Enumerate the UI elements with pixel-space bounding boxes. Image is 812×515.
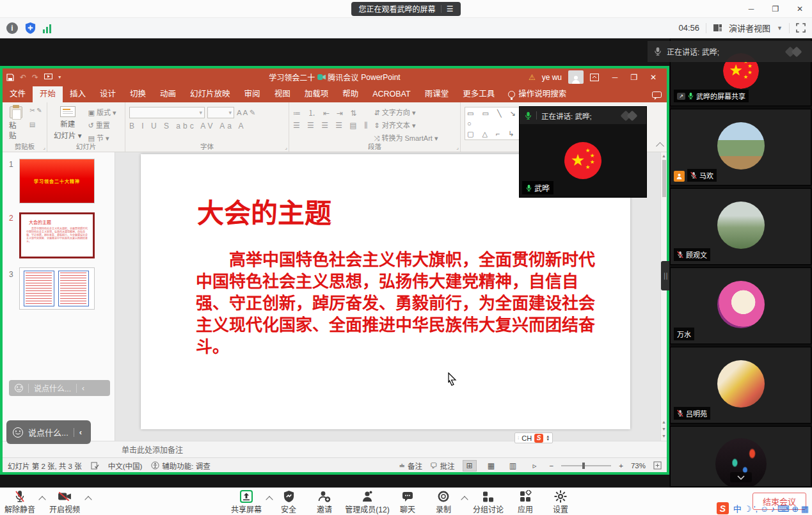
tab-more-tools[interactable]: 更多工具 [456, 86, 502, 102]
apps-button[interactable]: 应用 [509, 490, 541, 514]
tab-design[interactable]: 设计 [93, 86, 123, 102]
notes-toggle[interactable]: ≐ 备注 [399, 461, 422, 471]
close-button[interactable]: ✕ [788, 0, 812, 18]
font-style-buttons[interactable]: B I U S abc AV Aa A [129, 122, 246, 131]
zoom-slider-thumb[interactable] [582, 463, 585, 469]
notes-placeholder[interactable]: 单击此处添加备注 [122, 444, 183, 455]
previous-slide-icon[interactable]: ▲ [662, 420, 666, 424]
chat-input-placeholder[interactable]: 说点什么... [28, 426, 68, 438]
slide-thumbnail-1[interactable]: 学习领会二十大精神 [19, 159, 95, 203]
comments-toggle[interactable]: 🗩 批注 [430, 461, 455, 471]
unmute-button[interactable]: 解除静音 [1, 490, 38, 514]
slide-title[interactable]: 大会的主题 [197, 191, 331, 230]
layout-button[interactable]: ▣ 版式 ▾ [88, 107, 116, 117]
tab-yuketang[interactable]: 雨课堂 [418, 86, 456, 102]
zoom-out-button[interactable]: − [550, 462, 554, 470]
tab-transitions[interactable]: 切换 [123, 86, 153, 102]
tab-view[interactable]: 视图 [267, 86, 298, 102]
paste-button[interactable]: 粘贴 [6, 105, 25, 141]
participant-tile[interactable]: 顾观文 [670, 188, 811, 265]
account-avatar[interactable] [568, 70, 584, 84]
collapse-participants-icon[interactable] [730, 472, 752, 482]
maximize-button[interactable]: ❐ [763, 0, 788, 18]
zoom-in-button[interactable]: + [619, 462, 623, 470]
start-video-button[interactable]: 开启视频 [46, 490, 83, 514]
floating-speaker-window[interactable]: 正在讲话: 武晔; ★ ★ ★ ★ ★ 武晔 [520, 107, 646, 197]
ppt-restore-button[interactable]: ❐ [625, 73, 644, 82]
participant-tile[interactable]: 马欢 [670, 109, 811, 186]
scroll-down-icon[interactable]: ▼ [662, 434, 666, 438]
cut-copy-painter-icons[interactable]: ✂ ▤ ✎ [29, 107, 43, 141]
collapse-chat-icon[interactable]: ‹ [82, 384, 84, 393]
fullscreen-icon[interactable] [796, 23, 806, 33]
ime-spinner-icon[interactable]: ▲▼ [546, 435, 550, 441]
redo-icon[interactable]: ↷ [32, 73, 38, 82]
manage-members-button[interactable]: 管理成员(12) [340, 490, 395, 514]
notes-pane[interactable]: 单击此处添加备注 ⁞ CH S ▲▼ [3, 441, 667, 457]
view-mode-caret-icon[interactable]: ▼ [777, 25, 783, 31]
tab-slideshow[interactable]: 幻灯片放映 [183, 86, 237, 102]
minimize-button[interactable]: ─ [739, 0, 763, 18]
reading-view-button[interactable]: ▥ [506, 460, 520, 471]
zoom-level[interactable]: 73% [631, 462, 646, 470]
ribbon-display-options-icon[interactable] [590, 74, 599, 81]
font-dialog-launcher[interactable]: ⌟ [285, 145, 287, 150]
tab-addins[interactable]: 加载项 [298, 86, 336, 102]
ime-indicator[interactable]: ⁞ CH S ▲▼ [514, 432, 553, 443]
align-buttons[interactable]: ☰ ☰ ☰ ☰ ▤ ⫼ [293, 121, 370, 130]
list-indent-buttons[interactable]: ≔ ⒈ ⇤ ⇥ ⇅ [293, 107, 370, 118]
qat-customize-icon[interactable]: ▾ [58, 74, 61, 80]
scroll-thumb[interactable] [662, 160, 666, 197]
collapse-chat-icon[interactable]: ‹ [79, 427, 82, 437]
comments-panel-icon[interactable] [652, 91, 662, 100]
undo-icon[interactable]: ↶ [20, 73, 26, 82]
video-options-caret[interactable] [84, 496, 92, 503]
tab-home[interactable]: 开始 [33, 86, 63, 102]
paragraph-dialog-launcher[interactable]: ⌟ [456, 145, 459, 150]
tab-help[interactable]: 帮助 [335, 86, 365, 102]
align-text-button[interactable]: ⇕ 对齐文本 ▾ [374, 120, 438, 130]
chat-quick-bubble-small[interactable]: 说点什么... ‹ [9, 380, 110, 396]
emoji-icon[interactable] [13, 427, 23, 438]
collapse-ribbon-icon[interactable] [656, 142, 664, 150]
breakout-rooms-button[interactable]: 分组讨论 [468, 490, 508, 514]
tab-animations[interactable]: 动画 [153, 86, 183, 102]
slideshow-icon[interactable] [44, 74, 52, 81]
normal-view-button[interactable]: ⊞ [463, 460, 477, 471]
chat-quick-bubble[interactable]: 说点什么... ‹ [6, 420, 91, 444]
slide-thumbnail-2[interactable]: 大会的主题 高举中国特色社会主义伟大旗帜，全面贯彻新时代中国特色社会主义思想，弘… [19, 212, 95, 258]
tab-acrobat[interactable]: ACROBAT [365, 86, 418, 102]
share-options-caret[interactable] [266, 496, 273, 503]
accessibility-status[interactable]: 辅助功能: 调查 [151, 461, 210, 471]
font-name-combo[interactable]: ▾ [129, 107, 205, 118]
participant-tile[interactable] [670, 426, 811, 487]
next-slide-icon[interactable]: ▼ [662, 427, 666, 431]
record-button[interactable]: 录制 [427, 490, 459, 514]
reset-button[interactable]: ↺ 重置 [88, 120, 116, 130]
mic-options-caret[interactable] [38, 496, 45, 503]
record-options-caret[interactable] [461, 496, 468, 503]
sogou-icon[interactable]: S [534, 434, 543, 443]
meeting-info-icon[interactable]: i [6, 22, 18, 34]
shield-protect-icon[interactable] [24, 22, 36, 34]
ppt-minimize-button[interactable]: ─ [605, 73, 625, 82]
sidebar-resize-handle[interactable]: ∣∣ [661, 261, 669, 290]
font-size-combo[interactable]: ▾ [207, 107, 234, 118]
slide-sorter-view-button[interactable]: ▦ [484, 460, 498, 471]
ppt-close-button[interactable]: ✕ [644, 73, 663, 82]
clipboard-dialog-launcher[interactable]: ⌟ [43, 145, 45, 150]
viewing-banner[interactable]: 您正在观看武晔的屏幕 ☰ [351, 2, 461, 16]
invite-button[interactable]: 邀请 [308, 490, 340, 514]
slide-thumbnail-3[interactable] [19, 267, 95, 310]
tell-me-search[interactable]: 操作说明搜索 [502, 86, 573, 102]
banner-menu-icon[interactable]: ☰ [447, 4, 454, 13]
new-slide-button[interactable]: 新建 幻灯片 ▾ [51, 105, 84, 141]
share-screen-button[interactable]: 共享屏幕 [228, 490, 265, 514]
tab-review[interactable]: 审阅 [237, 86, 267, 102]
participant-tile[interactable]: 万水 [670, 267, 811, 344]
tab-insert[interactable]: 插入 [63, 86, 93, 102]
text-direction-button[interactable]: ⇵ 文字方向 ▾ [374, 107, 438, 117]
font-grow-shrink-icons[interactable]: A A ✎ [237, 108, 255, 117]
sogou-input-icon[interactable]: S [717, 502, 729, 514]
chat-button[interactable]: 聊天 [392, 490, 424, 514]
